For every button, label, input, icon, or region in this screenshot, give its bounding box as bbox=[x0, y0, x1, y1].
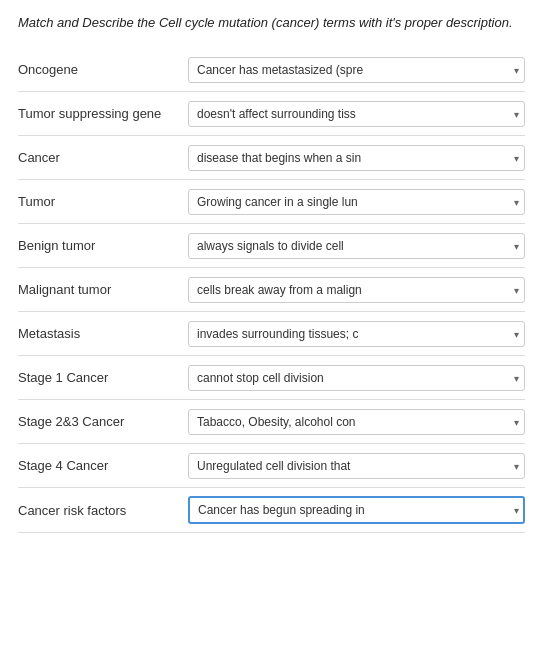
dropdown-tumor-suppressing-gene[interactable]: Cancer has metastasized (spredoesn't aff… bbox=[188, 101, 525, 127]
dropdown-cancer[interactable]: Cancer has metastasized (spredoesn't aff… bbox=[188, 145, 525, 171]
match-row-oncogene: OncogeneCancer has metastasized (spredoe… bbox=[18, 48, 525, 92]
dropdown-stage-1-cancer[interactable]: Cancer has metastasized (spredoesn't aff… bbox=[188, 365, 525, 391]
match-row-tumor: TumorCancer has metastasized (spredoesn'… bbox=[18, 180, 525, 224]
term-label-benign-tumor: Benign tumor bbox=[18, 238, 188, 253]
dropdown-container-tumor: Cancer has metastasized (spredoesn't aff… bbox=[188, 189, 525, 215]
dropdown-container-cancer-risk-factors: Cancer has metastasized (spredoesn't aff… bbox=[188, 496, 525, 524]
dropdown-stage-23-cancer[interactable]: Cancer has metastasized (spredoesn't aff… bbox=[188, 409, 525, 435]
match-row-metastasis: MetastasisCancer has metastasized (spred… bbox=[18, 312, 525, 356]
dropdown-container-tumor-suppressing-gene: Cancer has metastasized (spredoesn't aff… bbox=[188, 101, 525, 127]
term-label-stage-23-cancer: Stage 2&3 Cancer bbox=[18, 414, 188, 429]
page-container: Match and Describe the Cell cycle mutati… bbox=[0, 0, 543, 547]
dropdown-container-malignant-tumor: Cancer has metastasized (spredoesn't aff… bbox=[188, 277, 525, 303]
term-label-stage-4-cancer: Stage 4 Cancer bbox=[18, 458, 188, 473]
term-label-metastasis: Metastasis bbox=[18, 326, 188, 341]
match-row-malignant-tumor: Malignant tumorCancer has metastasized (… bbox=[18, 268, 525, 312]
dropdown-metastasis[interactable]: Cancer has metastasized (spredoesn't aff… bbox=[188, 321, 525, 347]
match-row-cancer: CancerCancer has metastasized (spredoesn… bbox=[18, 136, 525, 180]
term-label-cancer-risk-factors: Cancer risk factors bbox=[18, 503, 188, 518]
dropdown-cancer-risk-factors[interactable]: Cancer has metastasized (spredoesn't aff… bbox=[188, 496, 525, 524]
term-label-tumor: Tumor bbox=[18, 194, 188, 209]
match-row-cancer-risk-factors: Cancer risk factorsCancer has metastasiz… bbox=[18, 488, 525, 533]
term-label-oncogene: Oncogene bbox=[18, 62, 188, 77]
match-row-tumor-suppressing-gene: Tumor suppressing geneCancer has metasta… bbox=[18, 92, 525, 136]
term-label-stage-1-cancer: Stage 1 Cancer bbox=[18, 370, 188, 385]
match-row-stage-23-cancer: Stage 2&3 CancerCancer has metastasized … bbox=[18, 400, 525, 444]
match-row-benign-tumor: Benign tumorCancer has metastasized (spr… bbox=[18, 224, 525, 268]
dropdown-stage-4-cancer[interactable]: Cancer has metastasized (spredoesn't aff… bbox=[188, 453, 525, 479]
match-row-stage-4-cancer: Stage 4 CancerCancer has metastasized (s… bbox=[18, 444, 525, 488]
dropdown-container-stage-23-cancer: Cancer has metastasized (spredoesn't aff… bbox=[188, 409, 525, 435]
dropdown-container-stage-4-cancer: Cancer has metastasized (spredoesn't aff… bbox=[188, 453, 525, 479]
term-label-malignant-tumor: Malignant tumor bbox=[18, 282, 188, 297]
term-label-tumor-suppressing-gene: Tumor suppressing gene bbox=[18, 106, 188, 121]
dropdown-container-cancer: Cancer has metastasized (spredoesn't aff… bbox=[188, 145, 525, 171]
dropdown-container-stage-1-cancer: Cancer has metastasized (spredoesn't aff… bbox=[188, 365, 525, 391]
term-label-cancer: Cancer bbox=[18, 150, 188, 165]
dropdown-container-benign-tumor: Cancer has metastasized (spredoesn't aff… bbox=[188, 233, 525, 259]
dropdown-benign-tumor[interactable]: Cancer has metastasized (spredoesn't aff… bbox=[188, 233, 525, 259]
dropdown-oncogene[interactable]: Cancer has metastasized (spredoesn't aff… bbox=[188, 57, 525, 83]
match-row-stage-1-cancer: Stage 1 CancerCancer has metastasized (s… bbox=[18, 356, 525, 400]
dropdown-container-oncogene: Cancer has metastasized (spredoesn't aff… bbox=[188, 57, 525, 83]
dropdown-malignant-tumor[interactable]: Cancer has metastasized (spredoesn't aff… bbox=[188, 277, 525, 303]
dropdown-container-metastasis: Cancer has metastasized (spredoesn't aff… bbox=[188, 321, 525, 347]
dropdown-tumor[interactable]: Cancer has metastasized (spredoesn't aff… bbox=[188, 189, 525, 215]
page-title: Match and Describe the Cell cycle mutati… bbox=[18, 14, 525, 32]
rows-container: OncogeneCancer has metastasized (spredoe… bbox=[18, 48, 525, 533]
